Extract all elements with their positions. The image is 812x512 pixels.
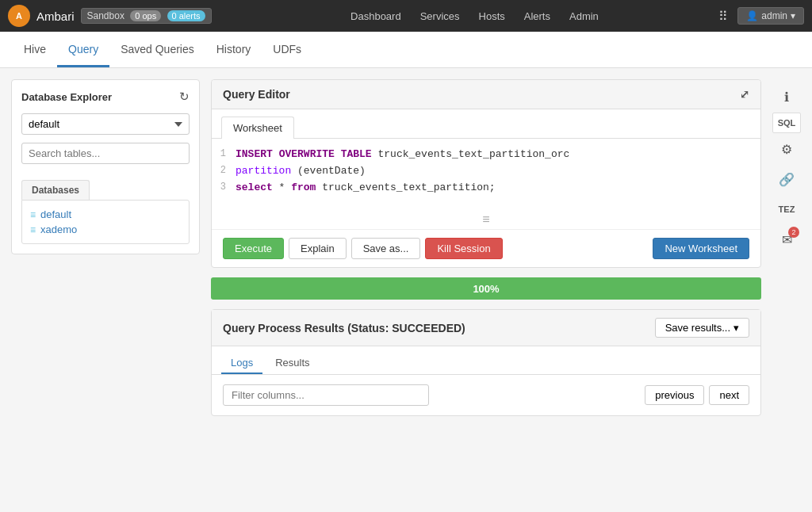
gear-icon: ⚙: [781, 142, 792, 157]
results-title: Query Process Results (Status: SUCCEEDED…: [223, 322, 465, 334]
code-line-2: 2 partition (eventDate): [212, 163, 760, 180]
subnav-item-history[interactable]: History: [205, 33, 262, 67]
results-tab-results[interactable]: Results: [266, 353, 319, 374]
worksheet-tab-bar: Worksheet: [212, 109, 760, 139]
editor-area: Query Editor ⤢ Worksheet 1 INSERT OVERWR…: [211, 79, 761, 501]
caret-icon: ▾: [791, 10, 795, 21]
mail-tool[interactable]: ✉ 2: [772, 225, 801, 254]
nav-alerts[interactable]: Alerts: [524, 10, 550, 22]
databases-tab[interactable]: Databases: [21, 180, 90, 200]
sidebar-panel: Database Explorer ↻ default Databases ≡ …: [11, 79, 200, 254]
database-section: Databases ≡ default ≡ xademo: [21, 180, 190, 244]
db-icon-default: ≡: [30, 209, 36, 220]
worksheet-tab[interactable]: Worksheet: [221, 117, 294, 139]
search-tables-input[interactable]: [21, 143, 190, 164]
save-as-button[interactable]: Save as...: [351, 238, 421, 259]
sidebar: Database Explorer ↻ default Databases ≡ …: [11, 79, 200, 501]
database-select[interactable]: default: [21, 113, 190, 135]
filter-columns-input[interactable]: [223, 384, 429, 406]
expand-icon[interactable]: ⤢: [740, 88, 749, 101]
sql-label-tool[interactable]: SQL: [772, 113, 801, 133]
line-num-3: 3: [212, 180, 236, 195]
results-panel: Query Process Results (Status: SUCCEEDED…: [211, 309, 761, 416]
results-tab-logs[interactable]: Logs: [221, 353, 262, 374]
sidebar-header: Database Explorer ↻: [21, 90, 190, 104]
grid-icon[interactable]: ⠿: [718, 9, 728, 24]
db-item-default[interactable]: ≡ default: [30, 207, 181, 222]
subnav-item-hive[interactable]: Hive: [13, 33, 57, 67]
resize-handle[interactable]: ≡: [212, 210, 760, 229]
save-results-caret: ▾: [733, 322, 739, 334]
db-icon-xademo: ≡: [30, 224, 36, 235]
query-editor-header: Query Editor ⤢: [212, 80, 760, 109]
gear-tool[interactable]: ⚙: [772, 135, 801, 163]
nav-hosts[interactable]: Hosts: [479, 10, 505, 22]
brand-name: Ambari: [36, 10, 75, 23]
nav-dashboard[interactable]: Dashboard: [350, 10, 401, 22]
execute-button[interactable]: Execute: [223, 238, 284, 259]
filter-row: previous next: [212, 375, 760, 415]
tez-label-tool[interactable]: TEZ: [772, 195, 801, 224]
subnav-item-query[interactable]: Query: [57, 33, 109, 67]
new-worksheet-button[interactable]: New Worksheet: [653, 238, 749, 259]
admin-icon: 👤: [746, 10, 758, 21]
save-results-button[interactable]: Save results... ▾: [655, 318, 749, 338]
code-line-3: 3 select * from truck_events_text_partit…: [212, 180, 760, 197]
explain-button[interactable]: Explain: [289, 238, 347, 259]
info-icon: ℹ: [784, 90, 789, 105]
pagination-buttons: previous next: [645, 385, 749, 405]
subnav-item-udfs[interactable]: UDFs: [262, 33, 312, 67]
sandbox-badge: Sandbox 0 ops 0 alerts: [81, 8, 212, 24]
database-list: ≡ default ≡ xademo: [21, 200, 190, 244]
results-panel-header: Query Process Results (Status: SUCCEEDED…: [212, 310, 760, 346]
sub-nav: Hive Query Saved Queries History UDFs: [0, 32, 812, 68]
results-tab-bar: Logs Results: [212, 346, 760, 375]
top-nav-links: Dashboard Services Hosts Alerts Admin: [231, 10, 719, 22]
link-tool[interactable]: 🔗: [772, 165, 801, 193]
nav-admin[interactable]: Admin: [569, 10, 599, 22]
admin-button[interactable]: 👤 admin ▾: [737, 7, 804, 25]
progress-value: 100%: [473, 283, 499, 295]
kill-session-button[interactable]: Kill Session: [425, 238, 502, 259]
notification-badge: 2: [788, 227, 799, 238]
db-item-xademo[interactable]: ≡ xademo: [30, 222, 181, 237]
query-editor-panel: Query Editor ⤢ Worksheet 1 INSERT OVERWR…: [211, 79, 761, 268]
refresh-icon[interactable]: ↻: [179, 90, 190, 104]
brand-area: A Ambari Sandbox 0 ops 0 alerts: [8, 5, 215, 27]
query-editor-title: Query Editor: [223, 88, 290, 101]
right-sidebar: ℹ SQL ⚙ 🔗 TEZ ✉ 2: [772, 79, 801, 501]
code-line-1: 1 INSERT OVERWRITE TABLE truck_events_te…: [212, 147, 760, 163]
line-num-1: 1: [212, 147, 236, 162]
editor-actions: Execute Explain Save as... Kill Session …: [212, 229, 760, 267]
ambari-logo: A: [8, 5, 30, 27]
progress-bar: 100%: [211, 277, 761, 300]
nav-services[interactable]: Services: [420, 10, 460, 22]
sidebar-title: Database Explorer: [21, 91, 112, 103]
code-content-3: select * from truck_events_text_partitio…: [236, 180, 496, 197]
info-tool[interactable]: ℹ: [772, 82, 801, 111]
link-icon: 🔗: [779, 172, 795, 187]
ops-badge: 0 ops: [130, 10, 161, 21]
code-content-1: INSERT OVERWRITE TABLE truck_events_text…: [236, 147, 569, 163]
top-nav: A Ambari Sandbox 0 ops 0 alerts Dashboar…: [0, 0, 812, 32]
subnav-item-saved-queries[interactable]: Saved Queries: [109, 33, 205, 67]
line-num-2: 2: [212, 163, 236, 178]
top-nav-right: ⠿ 👤 admin ▾: [718, 7, 804, 25]
code-editor[interactable]: 1 INSERT OVERWRITE TABLE truck_events_te…: [212, 139, 760, 210]
code-content-2: partition (eventDate): [236, 163, 366, 180]
next-button[interactable]: next: [709, 385, 749, 405]
previous-button[interactable]: previous: [645, 385, 704, 405]
alerts-badge: 0 alerts: [167, 10, 205, 21]
main-content: Database Explorer ↻ default Databases ≡ …: [0, 68, 812, 512]
